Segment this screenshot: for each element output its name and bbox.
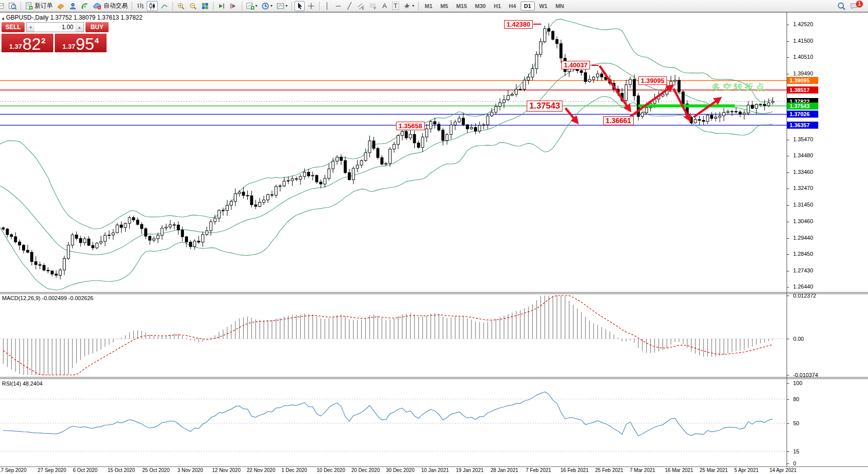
vertical-line-tool-icon[interactable]: │ (322, 1, 332, 11)
buy-quote[interactable]: 1.37954 (55, 34, 107, 52)
date-label: 6 Oct 2020 (73, 467, 98, 473)
cursor-tool-icon[interactable] (295, 1, 305, 11)
trend-note-text[interactable]: 多空转折点 (712, 81, 767, 93)
tile-windows-icon[interactable] (200, 1, 211, 11)
axis-tick-label: 1.28450 (793, 251, 813, 257)
timeframe-MN[interactable]: MN (552, 2, 567, 11)
svg-text:F: F (374, 7, 376, 10)
axis-tick (787, 238, 789, 239)
chat-icon[interactable]: 1 (848, 1, 864, 11)
timeframe-H1[interactable]: H1 (490, 2, 504, 11)
macd-tick-label: 0.00 (793, 336, 804, 342)
date-label: 20 Dec 2020 (351, 467, 380, 473)
line-chart-type-icon[interactable] (159, 1, 170, 11)
date-label: 3 Nov 2020 (177, 467, 203, 473)
date-label: 10 Dec 2020 (317, 467, 345, 473)
timeframe-M15[interactable]: M15 (453, 2, 470, 11)
price-chart-pane[interactable] (0, 12, 787, 292)
macd-label: MACD(12,26,9) -0.002499 -0.002626 (2, 295, 93, 301)
new-order-button[interactable]: 新订单 (24, 1, 54, 11)
auto-scroll-icon[interactable] (216, 1, 227, 11)
price-annotation[interactable]: 1.36661 (603, 116, 634, 125)
one-click-trade-panel: SELL ▼ ▲ BUY 1.37822 1.37954 (2, 22, 109, 52)
indicators-add-icon[interactable]: ▾ (245, 1, 259, 11)
axis-tick-label: 1.40510 (793, 54, 813, 60)
axis-tick-label: 1.26440 (793, 283, 813, 290)
trendline-tool-icon[interactable]: ╱ (344, 1, 354, 11)
timeframe-M1[interactable]: M1 (421, 2, 436, 11)
date-label: 12 Nov 2020 (212, 467, 241, 473)
price-annotation[interactable]: 1.39095 (638, 76, 667, 85)
date-label: 17 Sep 2020 (0, 467, 27, 473)
search-icon[interactable] (835, 1, 847, 11)
package-icon[interactable] (55, 1, 66, 11)
periods-icon[interactable]: ▾ (260, 1, 274, 11)
mt4-window: 新订单 自动交易 (0, 0, 868, 474)
sell-button[interactable]: SELL (2, 22, 25, 32)
axis-tick-label: 1.34480 (793, 152, 813, 158)
sell-quote[interactable]: 1.37822 (2, 34, 53, 52)
buy-button[interactable]: BUY (85, 22, 109, 32)
chart-title: ▴ GBPUSD-,Daily 1.37752 1.38079 1.37613 … (2, 14, 142, 21)
separator (292, 2, 292, 11)
date-label: 25 Feb 2021 (595, 467, 623, 473)
trade-panel-quotes: 1.37822 1.37954 (2, 34, 109, 52)
axis-tick (787, 57, 789, 58)
chart-shift-icon[interactable] (228, 1, 239, 11)
price-annotation[interactable]: 1.42380 (504, 20, 533, 29)
axis-tick-label: 1.27430 (793, 267, 813, 273)
timeframe-H4[interactable]: H4 (506, 2, 520, 11)
axis-tick-label: 1.32470 (793, 185, 813, 191)
zoom-out-icon[interactable] (187, 1, 199, 11)
price-annotation[interactable]: 1.37543 (527, 101, 562, 112)
one-click-collapse-icon[interactable]: ▴ (2, 16, 5, 21)
rsi-label: RSI(14) 48.2404 (2, 381, 43, 387)
volume-increase-button[interactable]: ▲ (75, 23, 83, 32)
fibonacci-tool-icon[interactable]: F (367, 1, 378, 11)
axis-tick (787, 296, 789, 296)
market-watch-icon[interactable] (7, 1, 18, 11)
channel-tool-icon[interactable]: E (355, 1, 366, 11)
volume-decrease-button[interactable]: ▼ (27, 23, 35, 32)
timeframe-bar: M1M5M15M30H1H4D1W1MN (421, 2, 568, 11)
axis-tick (787, 287, 789, 288)
zoom-in-icon[interactable] (175, 1, 186, 11)
date-label: 28 Jan 2021 (491, 467, 518, 473)
timeframe-D1[interactable]: D1 (521, 2, 535, 11)
price-annotation[interactable]: 1.40037 (561, 61, 590, 69)
timeframe-M30[interactable]: M30 (471, 2, 489, 11)
rsi-pane[interactable] (0, 379, 787, 466)
axis-tick (787, 383, 789, 384)
new-order-label: 新订单 (35, 2, 53, 10)
arrows-tool-icon[interactable]: ▾ (402, 1, 416, 11)
horizontal-line-tool-icon[interactable]: ─ (333, 1, 343, 11)
axis-tick (787, 74, 789, 74)
rsi-tick-label: 0 (793, 460, 796, 466)
candlestick-type-icon[interactable] (147, 1, 158, 11)
text-label-tool-icon[interactable]: T (391, 1, 401, 11)
signals-icon[interactable] (79, 1, 90, 11)
chevron-down-icon: ▾ (285, 4, 287, 8)
crosshair-tool-icon[interactable] (306, 1, 317, 11)
auto-trading-button[interactable]: 自动交易 (91, 1, 129, 11)
timeframe-W1[interactable]: W1 (536, 2, 551, 11)
date-label: 1 Dec 2020 (281, 467, 307, 473)
volume-input[interactable] (35, 23, 75, 32)
templates-icon[interactable]: ▾ (275, 1, 289, 11)
date-label: 7 Mar 2021 (630, 467, 655, 473)
auto-trading-label: 自动交易 (104, 2, 128, 10)
axis-tick (787, 399, 789, 400)
community-icon[interactable] (67, 1, 78, 11)
chart-bottom-border (0, 466, 868, 467)
bar-chart-type-icon[interactable] (135, 1, 146, 11)
axis-tick-label: 1.39490 (793, 70, 813, 76)
macd-pane[interactable] (0, 294, 787, 377)
notification-badge[interactable]: 1 (856, 1, 863, 8)
macd-tick-label: -0.010374 (793, 372, 818, 378)
price-annotation[interactable]: 1.35658 (396, 122, 425, 130)
toolbar-right: 1 (835, 1, 865, 11)
text-tool-icon[interactable]: A (379, 1, 390, 11)
rsi-tick-label: 100 (793, 380, 802, 386)
timeframe-M5[interactable]: M5 (437, 2, 451, 11)
date-label: 27 Sep 2020 (38, 467, 66, 473)
